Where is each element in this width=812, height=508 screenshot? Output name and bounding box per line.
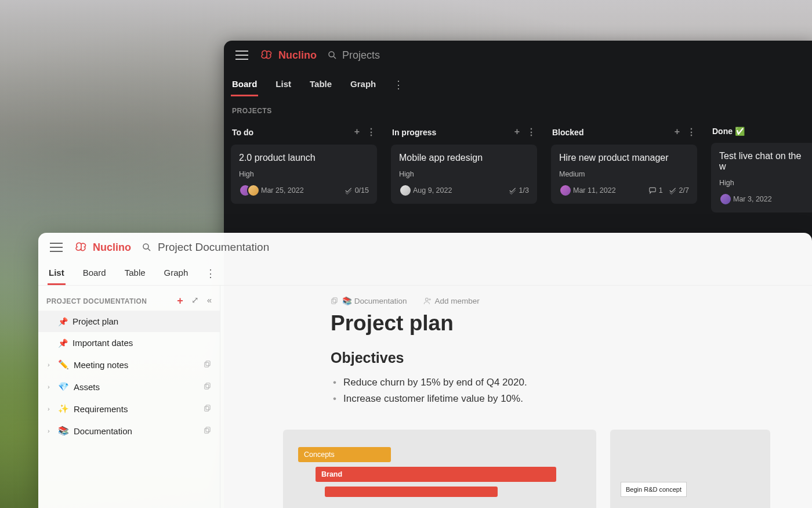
svg-rect-6	[205, 384, 209, 389]
gantt-bar-brand[interactable]: Brand	[316, 467, 556, 482]
doc-bullet-list[interactable]: Reduce churn by 15% by end of Q4 2020. I…	[331, 374, 812, 407]
svg-rect-10	[205, 428, 209, 433]
doc-section-heading[interactable]: Objectives	[331, 350, 812, 366]
assignees	[559, 184, 567, 197]
column-more-icon[interactable]: ⋮	[687, 127, 696, 138]
card[interactable]: 2.0 product launch High Mar 25, 2022 0/1…	[231, 145, 377, 204]
chevron-icon[interactable]: ›	[48, 427, 53, 434]
tab-table[interactable]: Table	[309, 73, 333, 96]
emoji-icon: ✏️	[58, 359, 69, 370]
tree-item-assets[interactable]: › 💎 Assets	[38, 376, 220, 398]
card[interactable]: Mobile app redesign High Aug 9, 2022 1/3	[391, 145, 537, 204]
column-more-icon[interactable]: ⋮	[367, 127, 376, 138]
more-icon[interactable]: ⋮	[205, 264, 216, 283]
card-title: Hire new product manager	[559, 153, 689, 163]
tree-item-label: Requirements	[74, 404, 128, 414]
column-more-icon[interactable]: ⋮	[527, 127, 536, 138]
tree-item-label: Meeting notes	[74, 360, 128, 370]
collection-crumb[interactable]: 📚 Documentation	[331, 296, 407, 305]
gantt-milestone[interactable]: Begin R&D concept	[621, 482, 687, 497]
svg-point-13	[425, 298, 428, 301]
board-columns: To do + ⋮ 2.0 product launch High Mar 25…	[224, 118, 812, 231]
chevron-icon[interactable]: ›	[48, 383, 53, 390]
checklist-count: 1/3	[509, 186, 529, 194]
collection-icon	[331, 297, 339, 305]
expand-icon[interactable]: ⤢	[191, 295, 199, 307]
check-icon	[509, 186, 517, 194]
card-title: 2.0 product launch	[239, 153, 369, 163]
add-card-icon[interactable]: +	[514, 127, 520, 138]
comment-icon	[648, 186, 657, 194]
menu-icon[interactable]	[50, 243, 63, 252]
tree-item-label: Documentation	[74, 426, 132, 436]
chevron-icon[interactable]: ›	[48, 361, 53, 368]
doc-bullet[interactable]: Increase customer lifetime value by 10%.	[331, 391, 812, 407]
tree-item-important-dates[interactable]: 📌 Important dates	[38, 332, 220, 354]
collection-icon	[204, 426, 212, 434]
card-date: Aug 9, 2022	[413, 186, 452, 194]
tree-item-meeting-notes[interactable]: › ✏️ Meeting notes	[38, 354, 220, 376]
tree-item-documentation[interactable]: › 📚 Documentation	[38, 420, 220, 442]
add-item-icon[interactable]: +	[177, 295, 183, 307]
svg-rect-12	[332, 299, 336, 304]
tree: 📌 Project plan 📌 Important dates › ✏️ Me…	[38, 311, 220, 442]
gantt-bar[interactable]	[325, 487, 498, 497]
add-member-button[interactable]: Add member	[423, 297, 480, 305]
card-date: Mar 11, 2022	[573, 186, 616, 194]
column-inprogress: In progress + ⋮ Mobile app redesign High…	[391, 123, 537, 219]
avatar	[719, 193, 732, 206]
doc-title[interactable]: Project plan	[331, 311, 812, 336]
tab-table[interactable]: Table	[124, 262, 147, 285]
card[interactable]: Hire new product manager Medium Mar 11, …	[551, 145, 697, 204]
tree-item-label: Important dates	[72, 338, 133, 348]
collapse-sidebar-icon[interactable]: «	[207, 295, 212, 307]
tab-board[interactable]: Board	[82, 262, 107, 285]
tree-item-project-plan[interactable]: 📌 Project plan	[38, 311, 220, 332]
search[interactable]: Project Documentation	[142, 241, 269, 254]
document-main: 📚 Documentation Add member Project plan …	[220, 286, 812, 508]
search-icon	[142, 242, 152, 253]
search-placeholder: Projects	[342, 49, 380, 62]
tab-graph[interactable]: Graph	[349, 73, 377, 96]
add-card-icon[interactable]: +	[675, 127, 680, 138]
tree-item-label: Assets	[74, 382, 100, 392]
checklist-count: 2/7	[669, 186, 689, 194]
tab-graph[interactable]: Graph	[163, 262, 190, 285]
svg-point-2	[143, 244, 148, 249]
column-done: Done ✅ Test live chat on the w High Mar …	[711, 123, 812, 219]
avatar	[247, 184, 260, 197]
tree-item-requirements[interactable]: › ✨ Requirements	[38, 398, 220, 420]
emoji-icon: ✨	[58, 403, 69, 414]
more-icon[interactable]: ⋮	[393, 75, 404, 95]
add-card-icon[interactable]: +	[354, 127, 360, 138]
card-priority: High	[719, 179, 807, 187]
card[interactable]: Test live chat on the w High Mar 3, 2022	[711, 143, 812, 212]
collection-icon	[204, 404, 212, 412]
pin-icon: 📌	[58, 317, 68, 326]
view-tabs: List Board Table Graph ⋮	[38, 258, 812, 286]
search-icon	[327, 50, 338, 60]
brain-icon	[259, 49, 275, 62]
card-priority: Medium	[559, 170, 689, 178]
person-add-icon	[423, 297, 432, 305]
tab-board[interactable]: Board	[231, 73, 258, 96]
app-logo[interactable]: Nuclino	[73, 241, 131, 254]
svg-rect-3	[206, 361, 210, 365]
avatar	[399, 184, 412, 197]
gantt-bar-concepts[interactable]: Concepts	[298, 447, 391, 462]
column-title: In progress	[392, 128, 436, 137]
tab-list[interactable]: List	[48, 262, 66, 285]
assignees	[719, 193, 727, 206]
doc-bullet[interactable]: Reduce churn by 15% by end of Q4 2020.	[331, 374, 812, 391]
search[interactable]: Projects	[327, 49, 380, 62]
column-title: Done ✅	[712, 127, 745, 136]
chevron-icon[interactable]: ›	[48, 405, 53, 412]
sidebar: PROJECT DOCUMENTATION + ⤢ « 📌 Project pl…	[38, 286, 220, 508]
app-logo[interactable]: Nuclino	[259, 49, 317, 62]
comment-count: 1	[648, 186, 663, 194]
svg-point-0	[329, 52, 334, 57]
menu-icon[interactable]	[235, 51, 248, 60]
window-doc-light: Nuclino Project Documentation List Board…	[38, 233, 812, 508]
view-tabs: Board List Table Graph ⋮	[224, 67, 812, 96]
tab-list[interactable]: List	[274, 73, 292, 96]
